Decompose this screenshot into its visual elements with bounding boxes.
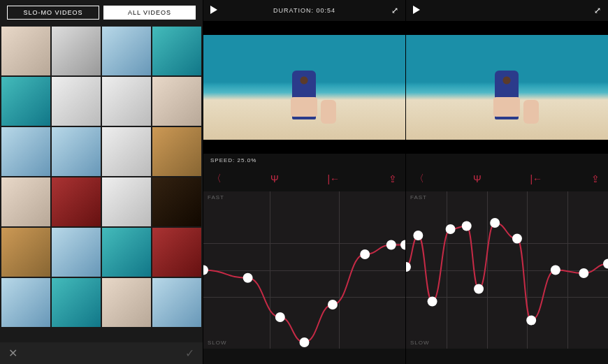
expand-icon[interactable]: ⤢ <box>391 6 398 15</box>
tab-slomo-videos[interactable]: SLO-MO VIDEOS <box>7 6 99 20</box>
video-thumb[interactable] <box>1 228 50 277</box>
curve-svg-1[interactable] <box>203 191 405 349</box>
skip-start-icon[interactable]: |← <box>530 173 542 184</box>
editor-topbar: DURATION: 00:54 ⤢ <box>203 0 405 21</box>
video-thumb[interactable] <box>152 177 201 226</box>
editor-panel-2: ⤢ 〈 Ψ |← ⇪ FAST SLOW <box>405 0 608 364</box>
gallery-panel: SLO-MO VIDEOS ALL VIDEOS ✕ ✓ <box>0 0 203 364</box>
curve-point[interactable] <box>579 268 588 278</box>
video-thumb[interactable] <box>1 127 50 176</box>
gallery-footer: ✕ ✓ <box>0 342 203 364</box>
video-thumb[interactable] <box>1 77 50 126</box>
video-thumb[interactable] <box>1 278 50 327</box>
back-icon[interactable]: 〈 <box>414 173 424 185</box>
tab-all-videos[interactable]: ALL VIDEOS <box>103 6 196 20</box>
video-thumb[interactable] <box>152 27 201 75</box>
curve-point[interactable] <box>551 265 560 275</box>
speed-label: SPEED: 25.0% <box>210 157 256 163</box>
curve-point[interactable] <box>462 221 472 231</box>
curve-point[interactable] <box>386 240 396 250</box>
gallery-tabs: SLO-MO VIDEOS ALL VIDEOS <box>0 0 203 25</box>
curve-point[interactable] <box>526 316 536 326</box>
curve-point[interactable] <box>406 262 411 272</box>
curve-point[interactable] <box>428 297 437 307</box>
video-thumb[interactable] <box>152 228 201 277</box>
video-thumb[interactable] <box>102 27 151 75</box>
video-thumb[interactable] <box>1 177 50 226</box>
expand-icon[interactable]: ⤢ <box>594 6 601 15</box>
video-thumb[interactable] <box>102 177 151 226</box>
editor-panel-1: DURATION: 00:54 ⤢ SPEED: 25.0% 〈 Ψ |← ⇪ … <box>203 0 405 364</box>
curve-point[interactable] <box>474 284 484 294</box>
video-thumb[interactable] <box>52 127 101 176</box>
curve-point[interactable] <box>360 249 370 259</box>
skip-start-icon[interactable]: |← <box>327 173 340 184</box>
share-icon[interactable]: ⇪ <box>591 173 600 184</box>
play-icon[interactable] <box>413 6 420 16</box>
video-preview[interactable] <box>406 21 608 154</box>
play-icon[interactable] <box>210 6 217 16</box>
confirm-icon[interactable]: ✓ <box>185 347 194 360</box>
video-preview[interactable] <box>203 21 405 154</box>
curve-point[interactable] <box>243 273 253 283</box>
close-icon[interactable]: ✕ <box>8 347 17 360</box>
video-thumb[interactable] <box>152 77 201 126</box>
video-thumb[interactable] <box>102 127 151 176</box>
curve-point[interactable] <box>446 224 456 234</box>
video-thumb[interactable] <box>52 228 101 277</box>
curve-point[interactable] <box>275 312 285 322</box>
curve-point[interactable] <box>603 259 608 269</box>
video-grid <box>0 25 203 342</box>
duration-label: DURATION: 00:54 <box>273 7 335 14</box>
back-icon[interactable]: 〈 <box>212 173 222 185</box>
speed-graph[interactable]: FAST SLOW <box>203 191 405 349</box>
video-thumb[interactable] <box>52 177 101 226</box>
curve-point[interactable] <box>413 231 423 240</box>
video-thumb[interactable] <box>52 77 101 126</box>
curve-point[interactable] <box>400 240 405 250</box>
editor-topbar: ⤢ <box>406 0 608 21</box>
tuning-fork-icon[interactable]: Ψ <box>473 173 482 184</box>
video-thumb[interactable] <box>102 77 151 126</box>
video-thumb[interactable] <box>102 228 151 277</box>
video-thumb[interactable] <box>52 278 101 327</box>
share-icon[interactable]: ⇪ <box>389 173 397 184</box>
video-thumb[interactable] <box>52 27 101 75</box>
tuning-fork-icon[interactable]: Ψ <box>270 173 279 184</box>
curve-point[interactable] <box>328 300 338 310</box>
curve-point[interactable] <box>203 265 208 275</box>
curve-svg-2[interactable] <box>406 191 608 349</box>
speed-graph[interactable]: FAST SLOW <box>406 191 608 349</box>
video-thumb[interactable] <box>152 127 201 176</box>
video-thumb[interactable] <box>1 27 50 75</box>
editor-toolbar: 〈 Ψ |← ⇪ <box>406 166 608 191</box>
editor-toolbar: 〈 Ψ |← ⇪ <box>203 166 405 191</box>
curve-point[interactable] <box>300 337 310 347</box>
curve-point[interactable] <box>512 234 522 244</box>
video-thumb[interactable] <box>152 278 201 327</box>
curve-point[interactable] <box>490 218 500 228</box>
video-thumb[interactable] <box>102 278 151 327</box>
